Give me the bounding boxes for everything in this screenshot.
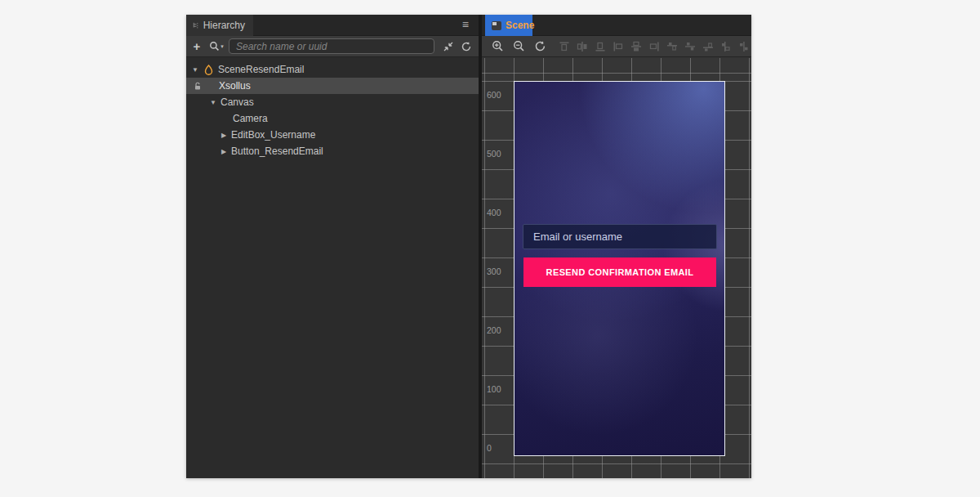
ruler-label: 600 — [487, 90, 501, 100]
collapse-arrow-icon[interactable] — [220, 148, 228, 155]
align-tools — [559, 41, 751, 52]
zoom-controls — [488, 38, 549, 56]
ruler-label: 400 — [487, 208, 501, 217]
search-icon — [209, 41, 220, 51]
refresh-icon — [461, 41, 472, 52]
zoom-in-button[interactable] — [488, 38, 506, 56]
ruler-label: 100 — [487, 384, 501, 394]
align-v-center-button[interactable] — [577, 41, 588, 52]
tree-row-xsollus[interactable]: Xsollus — [186, 78, 479, 94]
editbox-placeholder: Email or username — [533, 231, 622, 243]
distribute-top-button[interactable] — [666, 41, 678, 52]
hierarchy-icon — [193, 20, 199, 30]
editor-window: Hierarchy + ▾ — [186, 15, 751, 478]
align-top-button[interactable] — [559, 41, 570, 52]
hierarchy-toolbar: + ▾ — [186, 36, 479, 57]
ruler-label: 0 — [487, 443, 492, 453]
collapse-arrow-icon[interactable] — [220, 132, 228, 139]
collapse-all-icon — [443, 41, 454, 52]
scene-viewport[interactable]: 600 500 400 300 200 100 0 Email or usern… — [482, 58, 751, 478]
tree-row-editbox-username[interactable]: EditBox_Username — [186, 127, 479, 143]
tab-scene[interactable]: Scene — [485, 15, 532, 36]
ruler-label: 300 — [487, 266, 501, 276]
tab-scene-label: Scene — [506, 20, 534, 31]
tree-row-label: Button_ResendEmail — [231, 146, 323, 157]
zoom-in-icon — [492, 40, 504, 52]
expand-arrow-icon[interactable] — [209, 99, 217, 106]
scene-asset-icon — [204, 65, 213, 75]
resend-email-button-label: RESEND CONFIRMATION EMAIL — [546, 267, 694, 277]
tree-row-label: SceneResendEmail — [218, 64, 304, 75]
resend-email-button[interactable]: RESEND CONFIRMATION EMAIL — [523, 257, 716, 287]
reset-view-icon — [534, 40, 546, 52]
tree-row-canvas[interactable]: Canvas — [186, 94, 479, 110]
tab-hierarchy-label: Hierarchy — [203, 20, 245, 31]
refresh-button[interactable] — [457, 38, 475, 56]
distribute-left-button[interactable] — [720, 41, 732, 52]
reset-view-button[interactable] — [531, 38, 549, 56]
tree-row-label: Xsollus — [219, 80, 251, 92]
distribute-v-center-button[interactable] — [684, 41, 696, 52]
zoom-out-icon — [513, 40, 525, 52]
distribute-h-center-button[interactable] — [738, 41, 750, 52]
align-right-button[interactable] — [648, 41, 660, 52]
ruler-label: 200 — [487, 325, 501, 335]
tree-row-scene-root[interactable]: SceneResendEmail — [186, 61, 479, 78]
scene-panel: Scene — [482, 15, 751, 478]
search-input[interactable] — [229, 38, 434, 54]
tree-row-camera[interactable]: Camera — [186, 110, 479, 127]
tree-row-label: Camera — [233, 113, 268, 124]
collapse-all-button[interactable] — [439, 38, 457, 56]
expand-arrow-icon[interactable] — [191, 66, 199, 74]
scene-tabbar: Scene — [482, 15, 751, 36]
align-h-center-button[interactable] — [630, 41, 642, 52]
search-filter-button[interactable]: ▾ — [206, 41, 227, 51]
game-canvas[interactable]: Email or username RESEND CONFIRMATION EM… — [514, 81, 725, 456]
zoom-out-button[interactable] — [510, 38, 528, 56]
tree-row-label: EditBox_Username — [231, 129, 315, 141]
editbox-username[interactable]: Email or username — [523, 224, 717, 249]
hierarchy-panel: Hierarchy + ▾ — [186, 15, 479, 478]
hierarchy-tree: SceneResendEmail Xsollus Canvas Camer — [186, 58, 479, 478]
scene-tab-icon — [492, 21, 501, 30]
add-node-button[interactable]: + — [188, 39, 206, 53]
lock-icon[interactable] — [194, 82, 202, 91]
ruler-label: 500 — [487, 149, 501, 159]
distribute-bottom-button[interactable] — [702, 41, 714, 52]
align-left-button[interactable] — [612, 41, 624, 52]
tree-row-label: Canvas — [220, 96, 254, 108]
chevron-down-icon: ▾ — [220, 43, 224, 50]
scene-toolbar — [482, 36, 751, 57]
tab-hierarchy[interactable]: Hierarchy — [186, 15, 253, 36]
hierarchy-tabbar: Hierarchy — [186, 15, 479, 36]
panel-menu-icon[interactable] — [462, 18, 469, 31]
align-bottom-button[interactable] — [595, 41, 606, 52]
tree-row-button-resendemail[interactable]: Button_ResendEmail — [186, 143, 479, 159]
